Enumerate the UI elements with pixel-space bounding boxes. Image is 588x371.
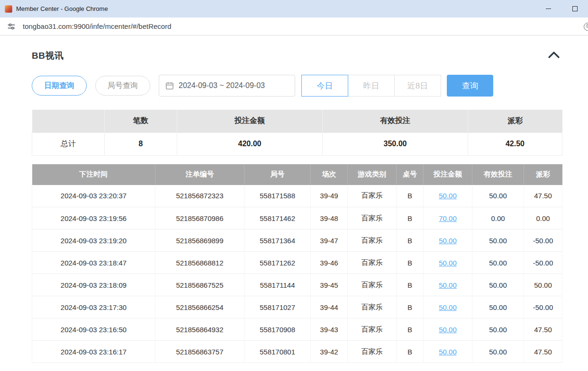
search-button[interactable]: 查询 [447,75,493,97]
quick-range-group: 今日 昨日 近8日 [301,75,441,97]
bet-amount-link[interactable]: 50.00 [439,348,457,356]
cell-valid-bet: 50.00 [472,341,524,363]
header-round-id: 局号 [244,164,311,185]
date-query-tab[interactable]: 日期查询 [32,76,87,96]
summary-valid-bet-value: 350.00 [323,132,468,155]
cell-game-type: 百家乐 [348,185,397,207]
bet-amount-link[interactable]: 50.00 [439,237,457,245]
cell-valid-bet: 50.00 [472,252,524,274]
page-title: BB视讯 [32,50,63,62]
browser-address-bar: tongbao31.com:9900/infe/mcenter/#/betRec… [0,18,588,35]
cell-bet-amount: 50.00 [424,252,472,274]
cell-bet-amount: 50.00 [424,274,472,296]
today-button[interactable]: 今日 [301,75,348,97]
round-query-tab[interactable]: 局号查询 [95,76,150,96]
cell-round-id: 558171262 [244,252,311,274]
cell-payout: -50.00 [524,252,562,274]
minimize-button[interactable] [535,0,561,18]
summary-header-blank [32,110,105,132]
cell-session: 39-45 [311,274,348,296]
table-row: 2024-09-03 23:19:56 521856870986 5581714… [32,207,562,230]
collapse-section-button[interactable] [546,49,562,62]
cell-round-id: 558171364 [244,230,311,252]
url-text[interactable]: tongbao31.com:9900/infe/mcenter/#/betRec… [23,22,172,30]
maximize-button[interactable] [561,0,588,18]
cell-table-no: B [397,296,424,318]
cell-round-id: 558170908 [244,318,311,341]
header-order-id: 注单编号 [155,164,244,185]
yesterday-button[interactable]: 昨日 [348,75,395,97]
bet-amount-link[interactable]: 50.00 [439,259,457,267]
cell-round-id: 558170801 [244,341,311,363]
cell-valid-bet: 50.00 [472,185,524,207]
window-title: Member Center - Google Chrome [16,5,535,12]
cell-bet-time: 2024-09-03 23:20:37 [32,185,155,207]
cell-payout: 47.50 [524,318,562,341]
bet-record-table: 下注时间 注单编号 局号 场次 游戏类别 桌号 投注金额 有效投注 派彩 202… [32,164,562,363]
cell-round-id: 558171144 [244,274,311,296]
summary-header-bet-amount: 投注金额 [177,110,323,132]
site-favicon-icon [5,5,12,13]
cell-table-no: B [397,252,424,274]
cell-order-id: 521856863757 [155,341,244,363]
summary-header-payout: 派彩 [468,110,562,132]
cell-payout: 47.50 [524,341,562,363]
bet-amount-link[interactable]: 70.00 [439,214,457,222]
table-row: 2024-09-03 23:19:20 521856869899 5581713… [32,230,562,252]
cell-bet-time: 2024-09-03 23:18:47 [32,252,155,274]
cell-session: 39-44 [311,296,348,318]
bet-amount-link[interactable]: 50.00 [439,303,457,311]
cell-bet-amount: 50.00 [424,185,472,207]
cell-bet-time: 2024-09-03 23:18:09 [32,274,155,296]
table-row: 2024-09-03 23:18:47 521856868812 5581712… [32,252,562,274]
bet-record-page: BB视讯 日期查询 局号查询 2024-09-03 ~ 2024-09-03 今… [0,35,588,363]
summary-count-value: 8 [105,132,177,155]
table-row: 2024-09-03 23:20:37 521856872323 5581715… [32,185,562,207]
header-valid-bet: 有效投注 [472,164,524,185]
calendar-icon [165,81,174,90]
site-settings-icon[interactable] [7,22,16,31]
bet-amount-link[interactable]: 50.00 [439,281,457,289]
cell-bet-amount: 70.00 [424,207,472,230]
cell-bet-time: 2024-09-03 23:17:30 [32,296,155,318]
last-8-days-button[interactable]: 近8日 [394,75,441,97]
date-range-picker[interactable]: 2024-09-03 ~ 2024-09-03 [159,75,295,97]
cell-game-type: 百家乐 [348,230,397,252]
table-row: 2024-09-03 23:17:30 521856866254 5581710… [32,296,562,318]
cell-game-type: 百家乐 [348,252,397,274]
table-row: 2024-09-03 23:18:09 521856867525 5581711… [32,274,562,296]
cell-order-id: 521856869899 [155,230,244,252]
bet-amount-link[interactable]: 50.00 [439,326,457,334]
cell-round-id: 558171462 [244,207,311,230]
minimize-icon [546,9,551,9]
cell-table-no: B [397,207,424,230]
cell-order-id: 521856864932 [155,318,244,341]
section-header: BB视讯 [32,49,562,62]
summary-total-label: 总计 [32,132,105,155]
profile-icon[interactable]: © [584,23,588,31]
cell-table-no: B [397,274,424,296]
bet-amount-link[interactable]: 50.00 [439,192,457,200]
cell-payout: 50.00 [524,274,562,296]
header-table-no: 桌号 [397,164,424,185]
summary-header-valid-bet: 有效投注 [323,110,468,132]
summary-table: 笔数 投注金额 有效投注 派彩 总计 8 420.00 350.00 42.50 [32,110,562,156]
cell-payout: -50.00 [524,296,562,318]
bet-table-header-row: 下注时间 注单编号 局号 场次 游戏类别 桌号 投注金额 有效投注 派彩 [32,164,562,185]
cell-round-id: 558171027 [244,296,311,318]
cell-session: 39-46 [311,252,348,274]
cell-session: 39-49 [311,185,348,207]
cell-table-no: B [397,230,424,252]
cell-session: 39-47 [311,230,348,252]
window-titlebar: Member Center - Google Chrome [0,0,588,18]
summary-bet-amount-value: 420.00 [177,132,323,155]
cell-valid-bet: 50.00 [472,318,524,341]
cell-table-no: B [397,341,424,363]
cell-session: 39-43 [311,318,348,341]
cell-valid-bet: 0.00 [472,207,524,230]
cell-bet-time: 2024-09-03 23:19:56 [32,207,155,230]
summary-payout-value: 42.50 [468,132,562,155]
cell-bet-amount: 50.00 [424,341,472,363]
cell-game-type: 百家乐 [348,207,397,230]
summary-total-row: 总计 8 420.00 350.00 42.50 [32,132,562,155]
